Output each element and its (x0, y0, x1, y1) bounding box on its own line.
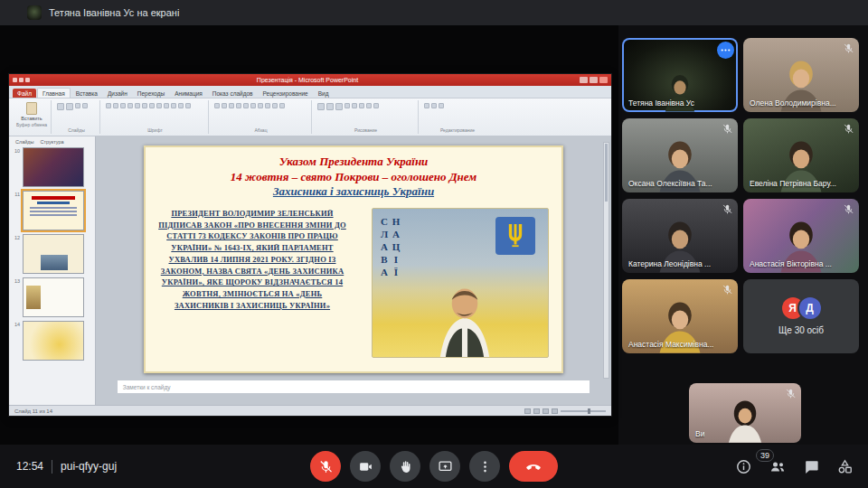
participants-grid: Тетяна Іванівна Ус Олена Володимирівна..… (622, 38, 859, 353)
slides-panel: Слайды Структура 10 11 12 (9, 136, 96, 405)
powerpoint-window: Презентація - Microsoft PowerPoint Файл … (9, 74, 611, 416)
status-view-zoom (524, 408, 606, 414)
mic-off-icon (318, 459, 334, 474)
slide-thumbnail (23, 321, 84, 361)
mic-muted-icon (722, 284, 733, 296)
slide-number: 10 (12, 147, 20, 154)
slide-thumbnail-row: 13 (11, 277, 93, 317)
ribbon-group-label: Редактирование (424, 127, 491, 133)
ribbon-group-clipboard: Вставить Буфер обмена (13, 100, 52, 134)
slide-thumbnail (23, 234, 84, 274)
ribbon-tab-file: Файл (13, 89, 36, 98)
participant-tile-anastasiia-m[interactable]: Анастасія Максимівна... (622, 279, 738, 353)
ribbon-tab-view: Вид (314, 89, 334, 98)
slide-scrollbar (603, 142, 609, 379)
participant-name: Евеліна Петрівна Бару... (750, 179, 836, 188)
tile-menu-button[interactable] (717, 42, 734, 59)
slide-body-text: ПРЕЗИДЕНТ ВОЛОДИМИР ЗЕЛЕНСЬКИЙ ПІДПИСАВ … (158, 208, 346, 358)
activities-icon (836, 458, 854, 475)
participant-tile-tetyana[interactable]: Тетяна Іванівна Ус (622, 38, 738, 112)
participant-tile-evelina[interactable]: Евеліна Петрівна Бару... (743, 118, 859, 192)
divider (52, 460, 52, 474)
ribbon-tab-slideshow: Показ слайдов (208, 89, 258, 98)
ribbon-tab-home: Главная (37, 88, 71, 98)
more-horizontal-icon (720, 44, 731, 56)
ribbon-group-label: Шрифт (106, 127, 204, 133)
self-video (689, 395, 801, 443)
status-slide-indicator: Слайд 11 из 14 (14, 408, 52, 414)
more-vertical-icon (477, 459, 493, 474)
participant-tile-olena[interactable]: Олена Володимирівна... (743, 38, 859, 112)
participant-name: Оксана Олексіївна Та... (628, 179, 712, 188)
presenting-banner-text: Тетяна Іванівна Ус на екрані (49, 7, 179, 18)
overflow-label: Ще 30 осіб (778, 325, 824, 335)
participant-name: Тетяна Іванівна Ус (628, 99, 694, 108)
people-button[interactable]: 39 (769, 457, 787, 475)
mic-muted-icon (843, 203, 854, 215)
camera-button[interactable] (350, 451, 381, 482)
paste-label: Вставить (21, 116, 42, 121)
participant-tile-kateryna[interactable]: Катерина Леонідівна ... (622, 199, 738, 273)
notes-area: Заметки к слайду (117, 380, 590, 394)
panel-tab-outline: Структура (40, 139, 63, 145)
trident-icon (505, 223, 525, 248)
ribbon-tab-transitions: Переходы (133, 89, 170, 98)
info-button[interactable] (735, 458, 752, 475)
participant-name: Анастасія Максимівна... (628, 340, 713, 349)
mic-muted-icon (843, 123, 854, 135)
ribbon-tab-bar: Файл Главная Вставка Дизайн Переходы Ани… (9, 86, 611, 99)
ribbon-tab-design: Дизайн (103, 89, 132, 98)
ribbon-group-drawing: Рисование (314, 100, 419, 134)
clock: 12:54 (16, 460, 43, 473)
mic-muted-icon (722, 203, 733, 215)
slide-thumbnail-row: 10 (11, 147, 93, 187)
view-reading-icon (542, 408, 549, 414)
ribbon-icons (317, 101, 414, 127)
ribbon-group-label: Слайды (57, 127, 96, 133)
raise-hand-button[interactable] (390, 451, 420, 482)
self-tile[interactable]: Ви (689, 383, 801, 443)
slide-title: Указом Президента України 14 жовтня – св… (158, 155, 549, 200)
panel-tab-slides: Слайды (15, 139, 33, 145)
ribbon: Вставить Буфер обмена Слайды Шрифт Абзац… (9, 99, 611, 136)
activities-button[interactable] (836, 458, 854, 475)
more-participants-tile[interactable]: Я Д Ще 30 осіб (743, 279, 859, 353)
view-sorter-icon (533, 408, 540, 414)
more-options-button[interactable] (469, 451, 500, 482)
slide-number: 12 (12, 234, 20, 240)
ribbon-group-label: Абзац (214, 127, 307, 133)
slide-number: 11 (12, 191, 20, 197)
chat-button[interactable] (803, 458, 820, 475)
slides-panel-tabs: Слайды Структура (11, 138, 93, 147)
mic-muted-icon (785, 388, 797, 399)
slide-thumbnail-selected (23, 191, 84, 230)
view-normal-icon (524, 408, 531, 414)
powerpoint-status-bar: Слайд 11 из 14 (9, 405, 611, 416)
hand-icon (398, 459, 413, 474)
ribbon-tab-insert: Вставка (71, 89, 102, 98)
screenshare-stage[interactable]: Презентація - Microsoft PowerPoint Файл … (0, 25, 618, 445)
slide-title-line3: Захисника і захисниць України (158, 184, 549, 200)
present-button[interactable] (429, 451, 460, 482)
window-controls (580, 77, 608, 83)
meeting-code: pui-qfyy-guj (61, 460, 117, 473)
quick-access-toolbar (13, 78, 30, 82)
minimize-button (580, 77, 588, 83)
participant-name: Олена Володимирівна... (750, 99, 836, 108)
end-call-button[interactable] (509, 451, 558, 482)
trident-shield (495, 217, 535, 255)
mic-button[interactable] (310, 451, 341, 482)
slide-content: ПРЕЗИДЕНТ ВОЛОДИМИР ЗЕЛЕНСЬКИЙ ПІДПИСАВ … (158, 208, 549, 358)
overflow-avatar: Д (799, 297, 821, 319)
powerpoint-workspace: Слайды Структура 10 11 12 (9, 136, 611, 405)
participant-tile-anastasiia-v[interactable]: Анастасія Вікторівна ... (743, 199, 859, 273)
self-label: Ви (695, 429, 704, 438)
ribbon-group-editing: Редактирование (420, 100, 495, 134)
ribbon-group-font: Шрифт (102, 100, 209, 134)
slide-number: 14 (12, 321, 20, 327)
slava-natsii-text: СЛАВА НАЦІЇ (378, 216, 401, 352)
slide-editor-area: Указом Президента України 14 жовтня – св… (96, 136, 611, 405)
participant-tile-oksana[interactable]: Оксана Олексіївна Та... (622, 118, 738, 192)
ribbon-group-label: Буфер обмена (16, 122, 47, 127)
slide-number: 13 (12, 277, 20, 284)
